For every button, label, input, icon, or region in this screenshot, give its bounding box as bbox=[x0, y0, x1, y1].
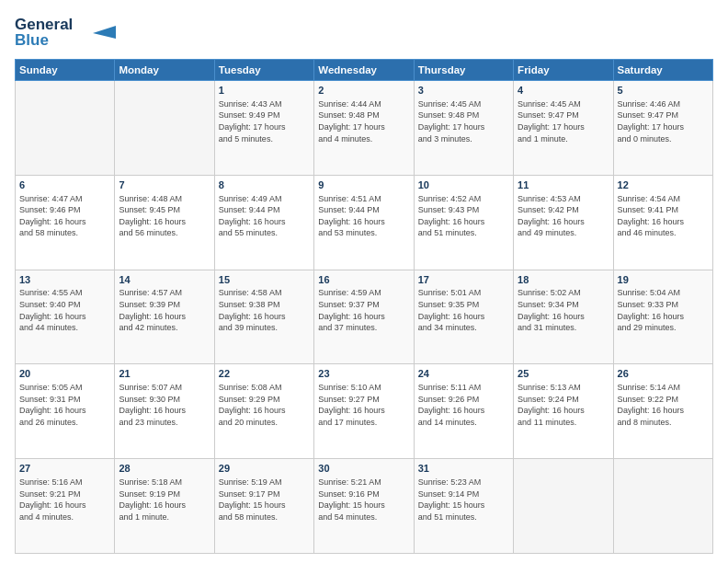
day-number: 24 bbox=[418, 367, 509, 381]
weekday-header-friday: Friday bbox=[514, 60, 613, 81]
calendar-cell: 10Sunrise: 4:52 AM Sunset: 9:43 PM Dayli… bbox=[414, 175, 513, 270]
day-info: Sunrise: 5:13 AM Sunset: 9:24 PM Dayligh… bbox=[518, 382, 609, 428]
day-info: Sunrise: 4:43 AM Sunset: 9:49 PM Dayligh… bbox=[219, 98, 310, 144]
day-info: Sunrise: 4:48 AM Sunset: 9:45 PM Dayligh… bbox=[119, 193, 210, 239]
calendar-cell: 9Sunrise: 4:51 AM Sunset: 9:44 PM Daylig… bbox=[314, 175, 414, 270]
day-number: 17 bbox=[418, 273, 509, 287]
week-row-4: 20Sunrise: 5:05 AM Sunset: 9:31 PM Dayli… bbox=[16, 364, 713, 459]
day-info: Sunrise: 5:08 AM Sunset: 9:29 PM Dayligh… bbox=[219, 382, 310, 428]
calendar-cell: 23Sunrise: 5:10 AM Sunset: 9:27 PM Dayli… bbox=[314, 364, 414, 459]
day-number: 16 bbox=[318, 273, 409, 287]
day-number: 9 bbox=[318, 178, 409, 192]
calendar-cell: 29Sunrise: 5:19 AM Sunset: 9:17 PM Dayli… bbox=[214, 459, 313, 554]
weekday-header-row: SundayMondayTuesdayWednesdayThursdayFrid… bbox=[16, 60, 713, 81]
week-row-1: 1Sunrise: 4:43 AM Sunset: 9:49 PM Daylig… bbox=[16, 81, 713, 176]
day-number: 18 bbox=[518, 273, 609, 287]
calendar-cell: 21Sunrise: 5:07 AM Sunset: 9:30 PM Dayli… bbox=[115, 364, 214, 459]
day-info: Sunrise: 5:11 AM Sunset: 9:26 PM Dayligh… bbox=[418, 382, 509, 428]
calendar-cell: 4Sunrise: 4:45 AM Sunset: 9:47 PM Daylig… bbox=[514, 81, 613, 176]
day-info: Sunrise: 4:46 AM Sunset: 9:47 PM Dayligh… bbox=[618, 98, 709, 144]
day-info: Sunrise: 4:45 AM Sunset: 9:47 PM Dayligh… bbox=[518, 98, 609, 144]
day-number: 22 bbox=[219, 367, 310, 381]
day-number: 12 bbox=[618, 178, 709, 192]
day-number: 11 bbox=[518, 178, 609, 192]
day-number: 30 bbox=[318, 462, 409, 476]
header: General Blue bbox=[15, 13, 713, 52]
day-number: 19 bbox=[618, 273, 709, 287]
calendar-cell: 26Sunrise: 5:14 AM Sunset: 9:22 PM Dayli… bbox=[613, 364, 712, 459]
day-info: Sunrise: 4:47 AM Sunset: 9:46 PM Dayligh… bbox=[19, 193, 110, 239]
calendar-cell: 17Sunrise: 5:01 AM Sunset: 9:35 PM Dayli… bbox=[414, 270, 513, 364]
day-info: Sunrise: 4:58 AM Sunset: 9:38 PM Dayligh… bbox=[219, 287, 310, 333]
calendar-cell: 11Sunrise: 4:53 AM Sunset: 9:42 PM Dayli… bbox=[514, 175, 613, 270]
day-number: 23 bbox=[318, 367, 409, 381]
day-info: Sunrise: 4:55 AM Sunset: 9:40 PM Dayligh… bbox=[19, 287, 110, 333]
day-info: Sunrise: 4:52 AM Sunset: 9:43 PM Dayligh… bbox=[418, 193, 509, 239]
calendar-cell: 14Sunrise: 4:57 AM Sunset: 9:39 PM Dayli… bbox=[115, 270, 214, 364]
logo-text: General Blue bbox=[15, 13, 116, 52]
calendar-cell: 19Sunrise: 5:04 AM Sunset: 9:33 PM Dayli… bbox=[613, 270, 712, 364]
day-number: 1 bbox=[219, 84, 310, 98]
day-info: Sunrise: 5:07 AM Sunset: 9:30 PM Dayligh… bbox=[119, 382, 210, 428]
day-info: Sunrise: 5:23 AM Sunset: 9:14 PM Dayligh… bbox=[418, 477, 509, 523]
calendar-cell: 31Sunrise: 5:23 AM Sunset: 9:14 PM Dayli… bbox=[414, 459, 513, 554]
calendar-cell bbox=[613, 459, 712, 554]
day-info: Sunrise: 4:49 AM Sunset: 9:44 PM Dayligh… bbox=[219, 193, 310, 239]
day-info: Sunrise: 4:51 AM Sunset: 9:44 PM Dayligh… bbox=[318, 193, 409, 239]
day-number: 14 bbox=[119, 273, 210, 287]
svg-marker-2 bbox=[93, 26, 116, 39]
weekday-header-wednesday: Wednesday bbox=[314, 60, 414, 81]
page: General Blue SundayMondayTuesdayWednesda… bbox=[0, 0, 728, 563]
day-number: 7 bbox=[119, 178, 210, 192]
calendar-cell: 15Sunrise: 4:58 AM Sunset: 9:38 PM Dayli… bbox=[214, 270, 313, 364]
day-info: Sunrise: 5:19 AM Sunset: 9:17 PM Dayligh… bbox=[219, 477, 310, 523]
day-info: Sunrise: 5:21 AM Sunset: 9:16 PM Dayligh… bbox=[318, 477, 409, 523]
calendar-cell: 27Sunrise: 5:16 AM Sunset: 9:21 PM Dayli… bbox=[16, 459, 115, 554]
day-info: Sunrise: 5:05 AM Sunset: 9:31 PM Dayligh… bbox=[19, 382, 110, 428]
calendar-cell: 30Sunrise: 5:21 AM Sunset: 9:16 PM Dayli… bbox=[314, 459, 414, 554]
calendar-cell bbox=[16, 81, 115, 176]
week-row-3: 13Sunrise: 4:55 AM Sunset: 9:40 PM Dayli… bbox=[16, 270, 713, 364]
day-info: Sunrise: 4:44 AM Sunset: 9:48 PM Dayligh… bbox=[318, 98, 409, 144]
calendar-cell: 25Sunrise: 5:13 AM Sunset: 9:24 PM Dayli… bbox=[514, 364, 613, 459]
day-info: Sunrise: 5:10 AM Sunset: 9:27 PM Dayligh… bbox=[318, 382, 409, 428]
calendar-cell: 8Sunrise: 4:49 AM Sunset: 9:44 PM Daylig… bbox=[214, 175, 313, 270]
day-info: Sunrise: 5:18 AM Sunset: 9:19 PM Dayligh… bbox=[119, 477, 210, 523]
day-number: 28 bbox=[119, 462, 210, 476]
day-info: Sunrise: 5:04 AM Sunset: 9:33 PM Dayligh… bbox=[618, 287, 709, 333]
day-info: Sunrise: 5:16 AM Sunset: 9:21 PM Dayligh… bbox=[19, 477, 110, 523]
weekday-header-thursday: Thursday bbox=[414, 60, 513, 81]
day-number: 8 bbox=[219, 178, 310, 192]
calendar-cell bbox=[514, 459, 613, 554]
day-number: 6 bbox=[19, 178, 110, 192]
calendar-cell: 1Sunrise: 4:43 AM Sunset: 9:49 PM Daylig… bbox=[214, 81, 313, 176]
day-number: 27 bbox=[19, 462, 110, 476]
weekday-header-sunday: Sunday bbox=[16, 60, 115, 81]
day-info: Sunrise: 4:54 AM Sunset: 9:41 PM Dayligh… bbox=[618, 193, 709, 239]
day-info: Sunrise: 5:01 AM Sunset: 9:35 PM Dayligh… bbox=[418, 287, 509, 333]
calendar-cell: 24Sunrise: 5:11 AM Sunset: 9:26 PM Dayli… bbox=[414, 364, 513, 459]
day-number: 13 bbox=[19, 273, 110, 287]
calendar-cell: 5Sunrise: 4:46 AM Sunset: 9:47 PM Daylig… bbox=[613, 81, 712, 176]
day-number: 4 bbox=[518, 84, 609, 98]
day-info: Sunrise: 4:59 AM Sunset: 9:37 PM Dayligh… bbox=[318, 287, 409, 333]
day-info: Sunrise: 4:57 AM Sunset: 9:39 PM Dayligh… bbox=[119, 287, 210, 333]
day-number: 26 bbox=[618, 367, 709, 381]
logo: General Blue bbox=[15, 13, 116, 52]
calendar-cell: 6Sunrise: 4:47 AM Sunset: 9:46 PM Daylig… bbox=[16, 175, 115, 270]
calendar-cell bbox=[115, 81, 214, 176]
day-info: Sunrise: 4:53 AM Sunset: 9:42 PM Dayligh… bbox=[518, 193, 609, 239]
calendar-table: SundayMondayTuesdayWednesdayThursdayFrid… bbox=[15, 59, 713, 554]
weekday-header-monday: Monday bbox=[115, 60, 214, 81]
calendar-cell: 20Sunrise: 5:05 AM Sunset: 9:31 PM Dayli… bbox=[16, 364, 115, 459]
week-row-5: 27Sunrise: 5:16 AM Sunset: 9:21 PM Dayli… bbox=[16, 459, 713, 554]
calendar-cell: 22Sunrise: 5:08 AM Sunset: 9:29 PM Dayli… bbox=[214, 364, 313, 459]
day-number: 5 bbox=[618, 84, 709, 98]
day-number: 2 bbox=[318, 84, 409, 98]
calendar-cell: 28Sunrise: 5:18 AM Sunset: 9:19 PM Dayli… bbox=[115, 459, 214, 554]
day-number: 25 bbox=[518, 367, 609, 381]
day-number: 31 bbox=[418, 462, 509, 476]
calendar-cell: 13Sunrise: 4:55 AM Sunset: 9:40 PM Dayli… bbox=[16, 270, 115, 364]
calendar-cell: 16Sunrise: 4:59 AM Sunset: 9:37 PM Dayli… bbox=[314, 270, 414, 364]
weekday-header-tuesday: Tuesday bbox=[214, 60, 313, 81]
